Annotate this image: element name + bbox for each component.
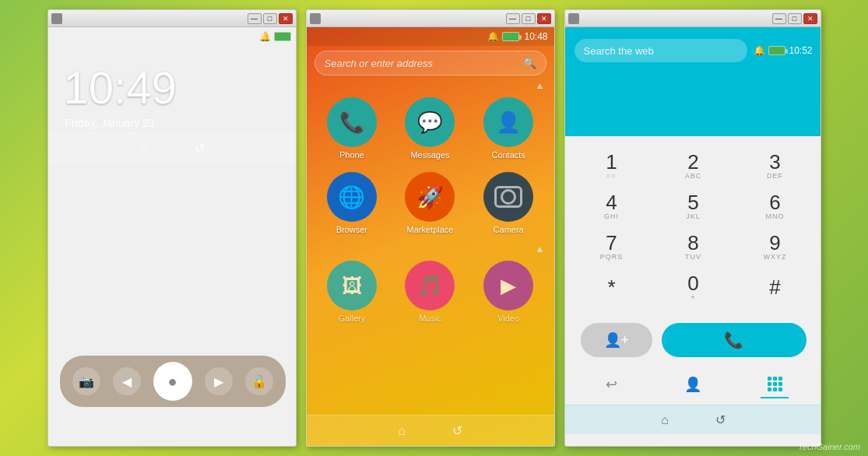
lock-icon-btn[interactable]: 🔓: [245, 367, 273, 395]
chevron-up-2[interactable]: ▲: [307, 244, 554, 254]
camera-lock-btn[interactable]: 📷: [72, 367, 100, 395]
contacts-nav-icon: 👤: [684, 376, 701, 393]
lock-controls[interactable]: 📷 ◀ ● ▶ 🔓: [48, 356, 297, 407]
app-item-gallery[interactable]: 🖼 Gallery: [316, 261, 388, 323]
dialer-header: Search the web 🔔 10:52: [565, 27, 821, 74]
dial-key-2[interactable]: 2 ABC: [662, 149, 725, 183]
dial-main-9: 9: [769, 233, 780, 253]
call-button[interactable]: 📞: [662, 323, 806, 357]
recent-calls-btn[interactable]: ↩: [598, 370, 626, 398]
maximize-button-2[interactable]: □: [522, 13, 536, 24]
dialer-window: — □ ✕ Search the web 🔔 10:52 1 ○○: [564, 9, 821, 447]
unlock-center-btn[interactable]: ●: [153, 362, 192, 401]
window-icon-3: [568, 13, 579, 24]
minimize-button-1[interactable]: —: [248, 13, 262, 24]
app-item-browser[interactable]: 🌐 Browser: [316, 172, 388, 234]
battery-icon-3: [768, 46, 785, 55]
home-nav-2[interactable]: ⌂: [398, 424, 406, 438]
lock-bar: 📷 ◀ ● ▶ 🔓: [60, 356, 286, 407]
dial-key-star[interactable]: *: [581, 270, 643, 304]
dial-sub-0: +: [691, 293, 695, 301]
dial-key-5[interactable]: 5 JKL: [662, 189, 725, 223]
titlebar-left-1: [51, 13, 62, 24]
titlebar-2: — □ ✕: [307, 10, 554, 27]
maximize-button-3[interactable]: □: [788, 13, 802, 24]
titlebar-controls-2: — □ ✕: [506, 13, 551, 24]
app-item-contacts[interactable]: 👤 Contacts: [473, 97, 545, 160]
status-icons-2: 🔔 10:48: [487, 31, 547, 42]
app-item-camera[interactable]: Camera: [473, 172, 545, 234]
dialer-bell-icon: 🔔: [754, 45, 765, 56]
app-item-video[interactable]: ▶ Video: [473, 261, 545, 323]
arrow-left-btn[interactable]: ◀: [113, 367, 141, 395]
home-nav-1[interactable]: ⌂: [140, 142, 148, 156]
back-nav-3[interactable]: ↺: [715, 412, 726, 427]
video-label: Video: [497, 314, 519, 323]
close-button-3[interactable]: ✕: [803, 13, 817, 24]
dial-key-0[interactable]: 0 +: [662, 270, 725, 304]
app-item-music[interactable]: 🎵 Music: [394, 261, 466, 323]
dial-sub-9: WXYZ: [764, 253, 787, 261]
search-placeholder-2: Search or enter address: [325, 58, 517, 69]
phone-icon: 📞: [327, 97, 377, 147]
search-web-bar[interactable]: Search the web: [575, 39, 748, 62]
dialer-screen: Search the web 🔔 10:52 1 ○○ 2 ABC 3: [565, 27, 821, 446]
contacts-nav-btn[interactable]: 👤: [679, 370, 707, 398]
app-grid-row2: 🌐 Browser 🚀 Marketplace Camera: [307, 169, 554, 237]
back-nav-2[interactable]: ↺: [452, 423, 462, 438]
contacts-label: Contacts: [491, 150, 525, 160]
app-grid-row3: 🖼 Gallery 🎵 Music ▶ Video: [307, 258, 554, 326]
dialer-teal-area: [565, 74, 821, 136]
home-nav-3[interactable]: ⌂: [661, 413, 669, 427]
battery-icon-2: [502, 32, 519, 41]
minimize-button-2[interactable]: —: [506, 13, 520, 24]
call-icon: 📞: [724, 331, 743, 349]
dial-main-4: 4: [606, 192, 617, 212]
dial-key-6[interactable]: 6 MNO: [744, 189, 807, 223]
dial-row-2: 4 GHI 5 JKL 6 MNO: [581, 189, 807, 223]
dial-key-3[interactable]: 3 DEF: [744, 149, 807, 183]
marketplace-icon-inner: 🚀: [416, 184, 444, 210]
dial-key-hash[interactable]: #: [744, 270, 807, 304]
back-nav-1[interactable]: ↺: [195, 141, 205, 156]
search-bar-2[interactable]: Search or enter address 🔍: [315, 51, 546, 75]
dialpad-nav-btn[interactable]: [761, 370, 789, 398]
chevron-up-1[interactable]: ▲: [307, 80, 554, 91]
dialer-bottom-nav: ↩ 👤: [565, 363, 821, 405]
dial-row-1: 1 ○○ 2 ABC 3 DEF: [581, 149, 807, 183]
add-contact-button[interactable]: 👤+: [581, 323, 653, 357]
status-bar-2: 🔔 10:48: [307, 27, 554, 46]
dial-key-8[interactable]: 8 TUV: [662, 230, 725, 264]
close-button-2[interactable]: ✕: [537, 13, 551, 24]
search-icon-2[interactable]: 🔍: [523, 57, 536, 69]
app-item-phone[interactable]: 📞 Phone: [316, 97, 388, 160]
dial-row-3: 7 PQRS 8 TUV 9 WXYZ: [581, 230, 807, 264]
dial-sub-5: JKL: [686, 212, 701, 220]
dial-key-9[interactable]: 9 WXYZ: [744, 230, 807, 264]
grid-dot-6: [778, 382, 782, 386]
marketplace-icon: 🚀: [405, 172, 455, 222]
dial-main-2: 2: [687, 152, 698, 172]
dial-sub-3: DEF: [767, 172, 783, 180]
maximize-button-1[interactable]: □: [263, 13, 277, 24]
dial-main-1: 1: [606, 152, 617, 172]
grid-dot-7: [768, 388, 771, 391]
dial-main-7: 7: [606, 233, 617, 253]
lockscreen-screen: 🔔 10:49 Friday, January 23 📷 ◀ ● ▶ 🔓 ⌂ ↺: [48, 27, 297, 446]
gallery-label: Gallery: [338, 314, 365, 323]
titlebar-controls-3: — □ ✕: [772, 13, 817, 24]
arrow-right-btn[interactable]: ▶: [205, 367, 233, 395]
dial-key-7[interactable]: 7 PQRS: [581, 230, 643, 264]
lockscreen-window: — □ ✕ 🔔 10:49 Friday, January 23 📷 ◀ ● ▶…: [47, 9, 297, 447]
app-grid-row1: 📞 Phone 💬 Messages 👤 Contacts: [307, 94, 554, 163]
app-item-messages[interactable]: 💬 Messages: [394, 97, 466, 160]
dial-sub-8: TUV: [685, 253, 701, 261]
minimize-button-3[interactable]: —: [772, 13, 786, 24]
app-item-marketplace[interactable]: 🚀 Marketplace: [394, 172, 466, 234]
close-button-1[interactable]: ✕: [279, 13, 293, 24]
dial-key-4[interactable]: 4 GHI: [581, 189, 643, 223]
dial-key-1[interactable]: 1 ○○: [581, 149, 643, 183]
camera-icon-inner: [494, 186, 522, 208]
dialer-pad: 1 ○○ 2 ABC 3 DEF 4 GHI 5: [565, 136, 821, 317]
camera-label: Camera: [494, 225, 524, 234]
